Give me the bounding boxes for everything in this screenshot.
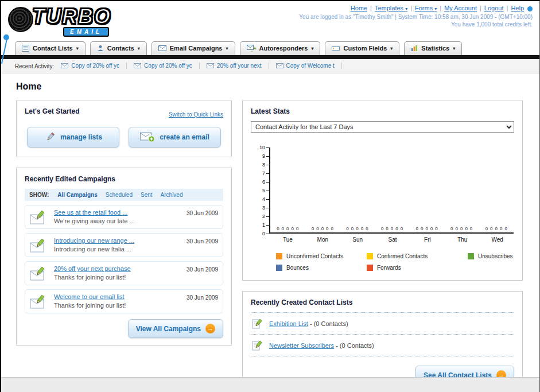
manage-lists-button[interactable]: manage lists (27, 127, 119, 148)
bar-value-labels: 00000 (479, 226, 514, 231)
pencil-icon (44, 132, 56, 143)
left-column: Let's Get Started Switch to Quick Links … (16, 100, 232, 356)
top-link-forms[interactable]: Forms ▾ (415, 5, 437, 11)
x-axis-label: Tue (270, 236, 305, 243)
campaign-title-link[interactable]: Welcome to our email list (54, 293, 181, 300)
campaign-title-link[interactable]: 20% off your next purchase (54, 265, 181, 272)
x-axis-label: Fri (410, 236, 445, 243)
top-link-home[interactable]: Home (351, 5, 367, 11)
recent-activity-link[interactable]: 20% off your next (217, 63, 262, 69)
email-campaigns-icon (158, 45, 166, 51)
legend-item: Forwards (367, 265, 468, 271)
link-separator: | (370, 5, 372, 11)
y-axis-tick: 7 (258, 170, 269, 176)
view-all-campaigns-button[interactable]: View All Campaigns → (128, 319, 223, 338)
x-axis-label: Sun (340, 236, 375, 243)
campaign-edit-icon (30, 294, 48, 309)
legend-swatch-icon (367, 253, 373, 259)
recent-activity-items: Copy of 20% off ycCopy of 20% off yc20% … (61, 63, 341, 69)
contact-lists-title: Recently Created Contact Lists (251, 298, 514, 306)
new-email-icon (140, 132, 155, 142)
legend-item: Bounces (276, 265, 367, 271)
campaign-title-link[interactable]: Introducing our new range ... (54, 237, 181, 244)
y-axis-tick: 8 (258, 162, 269, 168)
nav-tab-contact-lists[interactable]: Contact Lists▾ (15, 41, 86, 55)
link-separator: | (507, 5, 508, 11)
x-axis-label: Mon (305, 236, 340, 243)
chart-legend: Unconfirmed ContactsConfirmed ContactsUn… (276, 253, 514, 271)
nav-tab-custom-fields[interactable]: Custom Fields▾ (325, 41, 399, 55)
recent-activity-item[interactable]: Copy of 20% off yc (127, 63, 200, 69)
campaign-subtitle: Introducing our new Italia ... (54, 246, 181, 253)
latest-stats-title: Latest Stats (251, 107, 514, 115)
recent-activity-item[interactable]: Copy of 20% off yc (61, 63, 127, 69)
top-link-logout[interactable]: Logout (484, 5, 504, 11)
get-started-panel: Let's Get Started Switch to Quick Links … (16, 100, 232, 157)
top-link-my-account[interactable]: My Account (444, 5, 477, 11)
envelope-icon (207, 63, 214, 68)
contact-list-link[interactable]: Newsletter Subscribers (269, 342, 334, 349)
filter-archived[interactable]: Archived (157, 191, 187, 199)
campaign-list: See us at the retail food ...We're givin… (25, 205, 223, 313)
x-axis-label: Wed (480, 236, 515, 243)
turbo-fan-icon (8, 7, 33, 32)
campaign-subtitle: Thanks for joining our list! (54, 274, 181, 281)
get-started-title: Let's Get Started (25, 107, 80, 115)
x-axis-label: Sat (375, 236, 410, 243)
filter-scheduled[interactable]: Scheduled (102, 191, 137, 199)
y-axis-tick: 3 (258, 205, 269, 211)
nav-tab-contacts[interactable]: Contacts▾ (90, 41, 147, 55)
envelope-icon (61, 63, 68, 68)
campaign-filter-bar: SHOW: All CampaignsScheduledSentArchived (25, 189, 223, 201)
campaign-row[interactable]: 20% off your next purchaseThanks for joi… (25, 261, 223, 285)
recent-activity-link[interactable]: Copy of 20% off yc (144, 63, 192, 69)
chart-value-labels: 00000000000000000000000000000000000 (270, 226, 514, 231)
switch-quick-links-link[interactable]: Switch to Quick Links (169, 111, 223, 118)
campaign-row[interactable]: See us at the retail food ...We're givin… (25, 205, 223, 229)
filter-all-campaigns[interactable]: All Campaigns (53, 191, 101, 199)
page-title: Home (16, 81, 525, 92)
campaign-edit-icon (30, 238, 48, 253)
y-axis-tick: 10 (258, 145, 269, 150)
chart-x-axis: TueMonSunSatFriThuWed (270, 236, 515, 243)
page: TURBO EMAIL Home|Templates ▾|Forms ▾|My … (0, 0, 540, 392)
login-info: You are logged in as "Timothy Smith" | S… (299, 14, 533, 20)
recent-activity-link[interactable]: Copy of Welcome t (286, 63, 335, 69)
show-label: SHOW: (29, 192, 49, 198)
legend-swatch-icon (468, 253, 474, 259)
y-axis-tick: 5 (258, 188, 269, 193)
contact-list-detail: - (0 Contacts) (334, 342, 374, 349)
campaign-row[interactable]: Welcome to our email listThanks for join… (25, 289, 223, 313)
filter-sent[interactable]: Sent (137, 191, 157, 199)
edit-list-icon (252, 317, 264, 329)
contact-lists-icon (22, 45, 29, 52)
link-separator: | (440, 5, 441, 11)
create-email-button[interactable]: create an email (129, 127, 221, 148)
header-right: Home|Templates ▾|Forms ▾|My Account|Logo… (299, 5, 533, 28)
nav-tab-email-campaigns[interactable]: Email Campaigns▾ (151, 41, 235, 55)
envelope-icon (134, 63, 141, 68)
campaign-edit-icon (30, 210, 48, 225)
contact-list-link[interactable]: Exhibition List (269, 320, 308, 327)
chevron-down-icon: ▾ (390, 46, 393, 51)
pencil-icon (44, 132, 56, 143)
link-separator: | (410, 5, 412, 11)
recent-activity-link[interactable]: Copy of 20% off yc (71, 63, 119, 69)
nav-tab-statistics[interactable]: Statistics▾ (404, 41, 462, 55)
nav-tab-autoresponders[interactable]: Autoresponders▾ (240, 41, 321, 55)
top-link-templates[interactable]: Templates ▾ (375, 5, 407, 11)
top-link-help[interactable]: Help (511, 5, 524, 11)
top-nav-links: Home|Templates ▾|Forms ▾|My Account|Logo… (299, 5, 533, 11)
stats-period-select[interactable]: Contact Activity for the Last 7 Days (251, 121, 514, 133)
recent-activity-bar: Recent Activity: Copy of 20% off ycCopy … (1, 59, 539, 73)
contact-list-row[interactable]: Newsletter Subscribers - (0 Contacts) (251, 335, 514, 356)
campaign-title-link[interactable]: See us at the retail food ... (54, 209, 181, 216)
campaigns-title: Recently Edited Campaigns (25, 175, 223, 183)
right-column: Latest Stats Contact Activity for the La… (242, 100, 523, 392)
recent-activity-item[interactable]: Copy of Welcome t (269, 63, 342, 69)
recent-activity-item[interactable]: 20% off your next (200, 63, 269, 69)
y-axis-tick: 9 (258, 153, 269, 159)
contact-list-row[interactable]: Exhibition List - (0 Contacts) (251, 312, 514, 335)
campaign-subtitle: Thanks for joining our list! (54, 302, 181, 309)
campaign-row[interactable]: Introducing our new range ...Introducing… (25, 233, 223, 257)
